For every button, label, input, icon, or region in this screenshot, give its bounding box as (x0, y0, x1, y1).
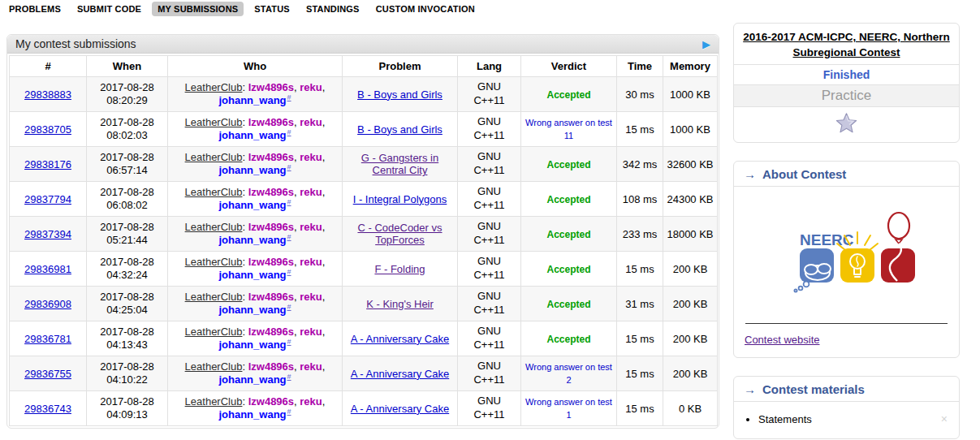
member-link[interactable]: johann_wang (218, 339, 286, 352)
team-link[interactable]: LeatherClub (185, 151, 243, 163)
material-item[interactable]: Statements (758, 412, 959, 427)
submission-link[interactable]: 29836755 (24, 368, 71, 380)
problem-link[interactable]: A - Anniversary Cake (351, 333, 449, 345)
member-link[interactable]: johann_wang (218, 304, 286, 317)
submission-link[interactable]: 29838705 (24, 123, 71, 136)
submission-link[interactable]: 29836908 (24, 298, 71, 310)
contest-website-link[interactable]: Contest website (745, 334, 820, 346)
submission-row: 298369812017-08-2804:32:24LeatherClub: l… (10, 252, 718, 287)
team-link[interactable]: LeatherClub (185, 116, 243, 128)
team-link[interactable]: LeatherClub (185, 81, 243, 93)
member-link[interactable]: lzw4896s (248, 221, 294, 233)
member-link[interactable]: johann_wang (218, 374, 286, 386)
close-icon[interactable]: × (941, 413, 948, 425)
team-hash-link[interactable]: # (287, 338, 291, 346)
nav-item-status[interactable]: STATUS (248, 2, 296, 16)
submission-problem-cell: B - Boys and Girls (343, 77, 458, 112)
problem-link[interactable]: B - Boys and Girls (357, 123, 443, 136)
problem-link[interactable]: K - King's Heir (366, 298, 434, 310)
member-link[interactable]: lzw4896s (248, 291, 294, 303)
team-link[interactable]: LeatherClub (185, 326, 243, 338)
nav-item-submit-code[interactable]: SUBMIT CODE (71, 2, 147, 16)
submission-lang-cell: GNU C++11 (458, 287, 521, 321)
member-link[interactable]: lzw4896s (248, 116, 294, 128)
team-link[interactable]: LeatherClub (185, 395, 243, 408)
caption-arrow-icon: → (744, 167, 756, 181)
team-link[interactable]: LeatherClub (185, 186, 243, 198)
submission-time-cell: 342 ms (617, 147, 663, 182)
submission-verdict-cell: Accepted (521, 77, 617, 112)
member-link[interactable]: johann_wang (218, 235, 286, 247)
submission-link[interactable]: 29838176 (24, 158, 71, 170)
nav-item-custom-invocation[interactable]: CUSTOM INVOCATION (370, 2, 481, 16)
team-hash-link[interactable]: # (287, 198, 291, 206)
team-hash-link[interactable]: # (287, 93, 291, 101)
nav-item-my-submissions[interactable]: MY SUBMISSIONS (152, 2, 244, 16)
team-link[interactable]: LeatherClub (185, 360, 243, 373)
team-link[interactable]: LeatherClub (185, 291, 243, 303)
team-hash-link[interactable]: # (287, 233, 291, 241)
member-link[interactable]: johann_wang (218, 165, 286, 177)
member-link[interactable]: reku (300, 360, 322, 373)
nav-item-problems[interactable]: PROBLEMS (3, 2, 67, 16)
team-hash-link[interactable]: # (287, 163, 291, 171)
submission-link[interactable]: 29836743 (24, 403, 71, 415)
member-link[interactable]: johann_wang (218, 270, 286, 282)
submission-memory-cell: 1000 KB (663, 112, 718, 147)
team-link[interactable]: LeatherClub (185, 221, 243, 233)
neerc-logo: NEERC (734, 195, 959, 302)
team-link[interactable]: LeatherClub (185, 256, 243, 268)
member-link[interactable]: lzw4896s (248, 360, 294, 373)
member-link[interactable]: johann_wang (218, 95, 286, 107)
member-link[interactable]: lzw4896s (248, 326, 294, 338)
member-link[interactable]: reku (300, 116, 322, 128)
team-hash-link[interactable]: # (287, 128, 291, 136)
team-hash-link[interactable]: # (287, 268, 291, 276)
submission-when-cell: 2017-08-2806:08:02 (87, 182, 168, 217)
submission-link[interactable]: 29838883 (24, 88, 71, 101)
member-link[interactable]: lzw4896s (248, 151, 294, 163)
member-link[interactable]: lzw4896s (248, 186, 294, 198)
member-link[interactable]: reku (300, 151, 322, 163)
member-link[interactable]: reku (300, 221, 322, 233)
member-link[interactable]: reku (300, 186, 322, 198)
submission-link[interactable]: 29837794 (24, 193, 71, 205)
expand-arrow-icon[interactable]: ▶ (702, 39, 710, 50)
contest-title-link[interactable]: 2016-2017 ACM-ICPC, NEERC, Northern Subr… (743, 31, 950, 58)
problem-link[interactable]: G - Gangsters in Central City (361, 152, 438, 176)
submission-date: 2017-08-28 (90, 186, 164, 199)
member-link[interactable]: lzw4896s (248, 256, 294, 268)
member-link[interactable]: reku (300, 395, 322, 408)
submission-time-cell: 30 ms (617, 77, 663, 112)
submission-memory-cell: 24300 KB (663, 182, 718, 217)
team-hash-link[interactable]: # (287, 408, 291, 416)
submission-verdict-cell: Accepted (521, 321, 617, 356)
member-link[interactable]: johann_wang (218, 130, 286, 142)
member-link[interactable]: reku (300, 291, 322, 303)
member-link[interactable]: lzw4896s (248, 81, 294, 93)
submission-link[interactable]: 29837394 (24, 228, 71, 240)
contest-materials-box: →Contest materials Statements × (733, 376, 960, 439)
verdict-text: Accepted (546, 334, 590, 345)
nav-item-standings[interactable]: STANDINGS (300, 2, 365, 16)
member-link[interactable]: lzw4896s (248, 395, 294, 408)
member-link[interactable]: reku (300, 81, 322, 93)
verdict-text: Accepted (546, 299, 590, 310)
submission-link[interactable]: 29836781 (24, 333, 71, 345)
submission-time: 06:08:02 (90, 199, 164, 212)
team-hash-link[interactable]: # (287, 303, 291, 311)
submission-link[interactable]: 29836981 (24, 263, 71, 275)
problem-link[interactable]: A - Anniversary Cake (351, 403, 449, 415)
problem-link[interactable]: I - Integral Polygons (353, 193, 447, 205)
problem-link[interactable]: B - Boys and Girls (357, 88, 443, 101)
favorite-star-icon[interactable] (835, 112, 857, 133)
problem-link[interactable]: C - CodeCoder vs TopForces (357, 222, 442, 246)
member-link[interactable]: reku (300, 256, 322, 268)
member-link[interactable]: johann_wang (218, 200, 286, 212)
problem-link[interactable]: F - Folding (374, 263, 425, 275)
team-hash-link[interactable]: # (287, 373, 291, 381)
member-link[interactable]: reku (300, 326, 322, 338)
problem-link[interactable]: A - Anniversary Cake (351, 368, 449, 380)
submission-id-cell: 29837794 (10, 182, 87, 217)
member-link[interactable]: johann_wang (218, 409, 286, 421)
